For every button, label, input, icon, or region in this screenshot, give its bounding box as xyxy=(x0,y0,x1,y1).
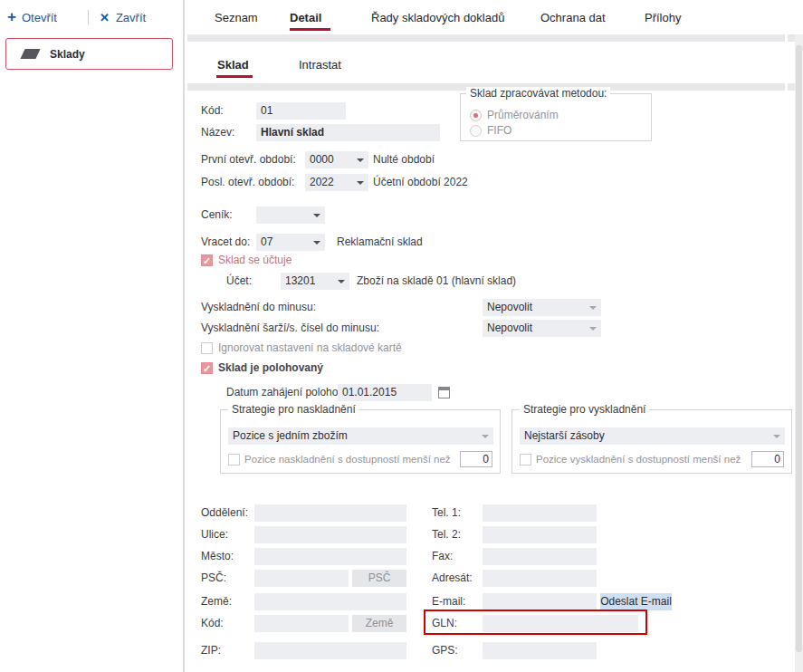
vyskladneni-amount-field[interactable]: 0 xyxy=(751,451,784,467)
sklad-se-uctuje-label: Sklad se účtuje xyxy=(218,252,292,269)
nazev-label: Název: xyxy=(201,124,234,141)
vyskladneni-legend: Strategie pro vyskladnění xyxy=(520,403,649,417)
gln-label: GLN: xyxy=(432,615,457,632)
naskladneni-check-label: Pozice naskladnění s dostupností menší n… xyxy=(244,451,451,468)
tel2-field[interactable] xyxy=(483,526,597,543)
gln-field[interactable] xyxy=(483,615,638,632)
fax-field[interactable] xyxy=(483,548,597,565)
metoda-legend: Sklad zpracovávat metodou: xyxy=(466,87,610,101)
tab-ochrana-dat[interactable]: Ochrana dat xyxy=(540,11,606,24)
naskladneni-groupbox: Strategie pro naskladnění Pozice s jední… xyxy=(220,409,501,474)
dropdown-arrow-icon xyxy=(357,181,364,185)
tel2-label: Tel. 2: xyxy=(432,526,461,543)
radio-fifo[interactable] xyxy=(470,125,482,137)
kod-zeme-field[interactable] xyxy=(254,615,349,632)
ucet-dropdown[interactable]: 13201 xyxy=(281,273,349,290)
psc-label: PSČ: xyxy=(201,570,226,587)
dropdown-arrow-icon xyxy=(773,435,780,438)
vyskladneni-sarzi-dropdown[interactable]: Nepovolit xyxy=(483,320,601,337)
polohovany-checkbox[interactable]: ✓ xyxy=(201,362,213,374)
polohovany-label: Sklad je polohovaný xyxy=(218,360,323,377)
tel1-field[interactable] xyxy=(483,504,597,522)
vracet-do-dropdown[interactable]: 07 xyxy=(256,234,325,251)
vyskladneni-minus-dropdown[interactable]: Nepovolit xyxy=(483,299,601,316)
subtab-intrastat[interactable]: Intrastat xyxy=(299,58,341,72)
dropdown-arrow-icon xyxy=(313,214,320,217)
zeme-button[interactable]: Země xyxy=(352,615,406,632)
tab-scrollbar-track[interactable] xyxy=(187,34,785,42)
oddeleni-label: Oddělení: xyxy=(201,504,248,522)
app-window: + Otevřít ✕ Zavřít Sklady Seznam Detail … xyxy=(0,0,803,672)
open-button[interactable]: + Otevřít xyxy=(7,7,57,27)
close-button[interactable]: ✕ Zavřít xyxy=(100,7,146,27)
nazev-field[interactable]: Hlavní sklad xyxy=(256,124,440,141)
psc-button[interactable]: PSČ xyxy=(352,570,406,587)
tab-detail[interactable]: Detail xyxy=(290,11,321,24)
zip-field[interactable] xyxy=(254,642,406,659)
vyskladneni-sarzi-label: Vyskladnění šarží/s. čísel do minusu: xyxy=(201,320,379,337)
prvni-obdobi-note: Nulté období xyxy=(373,151,435,168)
tab-seznam[interactable]: Seznam xyxy=(215,11,258,24)
active-subtab-underline xyxy=(216,75,253,78)
vyskladneni-groupbox: Strategie pro vyskladnění Nejstarší záso… xyxy=(511,409,792,474)
zeme-label: Země: xyxy=(201,593,232,610)
tab-prilohy[interactable]: Přílohy xyxy=(645,11,681,24)
vyskladneni-value: Nejstarší zásoby xyxy=(524,429,605,442)
dropdown-arrow-icon xyxy=(589,327,597,331)
prvni-obdobi-dropdown[interactable]: 0000 xyxy=(305,151,368,168)
tab-scrollbar-corner xyxy=(788,34,795,42)
tel1-label: Tel. 1: xyxy=(432,504,461,522)
adresat-field[interactable] xyxy=(483,570,597,587)
naskladneni-dropdown[interactable]: Pozice s jedním zbožím xyxy=(228,427,493,445)
calendar-icon xyxy=(438,387,450,398)
vracet-do-note: Reklamační sklad xyxy=(337,234,423,251)
toolbar-divider xyxy=(88,10,89,24)
email-field[interactable] xyxy=(483,593,597,610)
odeslat-email-button[interactable]: Odeslat E-mail xyxy=(600,593,672,610)
active-tab-underline xyxy=(290,28,330,31)
psc-field[interactable] xyxy=(254,570,349,587)
zip-label: ZIP: xyxy=(201,642,221,659)
vyskladneni-minus-label: Vyskladnění do minusu: xyxy=(201,299,316,316)
radio-fifo-label: FIFO xyxy=(487,122,511,139)
tab-rady-dokladu[interactable]: Řady skladových dokladů xyxy=(371,11,504,24)
posl-obdobi-label: Posl. otevř. období: xyxy=(201,174,294,191)
oddeleni-field[interactable] xyxy=(254,504,406,522)
close-button-label: Zavřít xyxy=(116,11,146,24)
posl-obdobi-value: 2022 xyxy=(310,176,334,188)
sklad-se-uctuje-checkbox[interactable]: ✓ xyxy=(201,254,213,266)
dropdown-arrow-icon xyxy=(482,435,489,438)
ulice-label: Ulice: xyxy=(201,526,228,543)
radio-prumerovanim[interactable] xyxy=(470,110,482,121)
adresat-label: Adresát: xyxy=(432,570,473,587)
datum-field[interactable]: 01.01.2015 xyxy=(338,384,432,401)
mesto-label: Město: xyxy=(201,548,234,565)
close-icon: ✕ xyxy=(100,11,110,24)
vertical-scrollbar-thumb[interactable] xyxy=(796,45,802,652)
dropdown-arrow-icon xyxy=(357,158,364,162)
zeme-field[interactable] xyxy=(254,593,406,610)
plus-icon: + xyxy=(7,9,16,25)
posl-obdobi-dropdown[interactable]: 2022 xyxy=(305,174,368,191)
metoda-groupbox: Sklad zpracovávat metodou: Průměrováním … xyxy=(460,93,652,141)
vyskladneni-check-label: Pozice vyskladnění s dostupností menší n… xyxy=(536,451,741,468)
vyskladneni-dropdown[interactable]: Nejstarší zásoby xyxy=(520,427,785,445)
cenik-dropdown[interactable] xyxy=(256,206,325,224)
ulice-field[interactable] xyxy=(254,526,406,543)
naskladneni-amount-field[interactable]: 0 xyxy=(460,451,492,467)
ignorovat-label: Ignorovat nastavení na skladové kartě xyxy=(218,340,402,357)
kod-field[interactable]: 01 xyxy=(256,102,346,120)
naskladneni-value: Pozice s jedním zbožím xyxy=(233,429,348,442)
vracet-do-label: Vracet do: xyxy=(201,234,250,251)
vyskladneni-checkbox[interactable] xyxy=(520,454,531,466)
naskladneni-checkbox[interactable] xyxy=(228,454,240,466)
posl-obdobi-note: Účetní období 2022 xyxy=(373,174,468,191)
kod-zeme-label: Kód: xyxy=(201,615,224,632)
date-picker-button[interactable] xyxy=(435,384,453,401)
vyskladneni-minus-value: Nepovolit xyxy=(487,301,532,313)
gps-field[interactable] xyxy=(483,642,597,659)
mesto-field[interactable] xyxy=(254,548,406,565)
subtab-sklad[interactable]: Sklad xyxy=(217,58,249,72)
ignorovat-checkbox[interactable] xyxy=(201,342,213,354)
nav-sklady-item[interactable]: Sklady xyxy=(5,38,173,70)
